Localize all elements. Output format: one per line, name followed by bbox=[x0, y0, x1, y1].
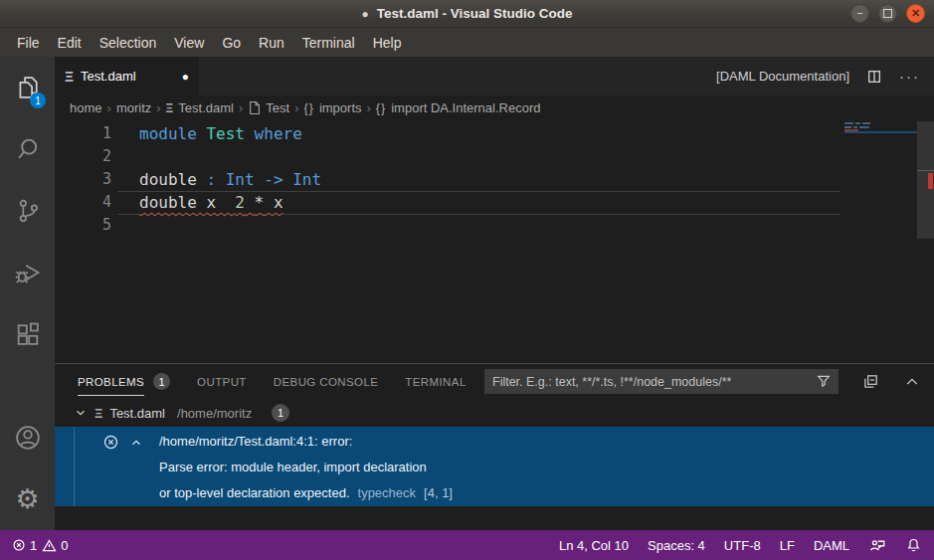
warning-count-item: 0 bbox=[42, 538, 68, 553]
problems-list: Ξ Test.daml /home/moritz 1 bbox=[55, 399, 934, 530]
tree-indent-guide bbox=[74, 427, 75, 506]
breadcrumb-item-moritz[interactable]: moritz bbox=[116, 100, 151, 115]
warning-triangle-icon bbox=[42, 538, 57, 553]
editor-scrollbar[interactable] bbox=[917, 120, 934, 363]
window-title-text: Test.daml - Visual Studio Code bbox=[377, 6, 573, 21]
sidebar-item-settings[interactable]: ⚙ bbox=[0, 468, 55, 530]
daml-file-icon: Ξ bbox=[166, 101, 174, 115]
debug-icon bbox=[14, 259, 42, 286]
tab-modified-dot-icon[interactable]: ● bbox=[182, 70, 189, 84]
maximize-panel-icon[interactable] bbox=[904, 374, 920, 390]
breadcrumb-item-import-record[interactable]: {} import DA.Internal.Record bbox=[376, 100, 541, 115]
code-line-5[interactable]: 5 bbox=[55, 214, 934, 237]
gear-icon: ⚙ bbox=[15, 483, 39, 515]
minimize-button[interactable]: − bbox=[850, 4, 869, 23]
problems-filter bbox=[484, 369, 839, 394]
menu-item-help[interactable]: Help bbox=[364, 35, 411, 51]
breadcrumb-item-imports[interactable]: {} imports bbox=[304, 100, 362, 115]
split-editor-icon[interactable] bbox=[866, 69, 882, 85]
menu-item-edit[interactable]: Edit bbox=[49, 35, 91, 51]
language-mode[interactable]: DAML bbox=[814, 538, 849, 553]
code-line-1[interactable]: 1module Test where bbox=[55, 122, 934, 145]
menu-item-view[interactable]: View bbox=[165, 35, 213, 51]
breadcrumb-separator: › bbox=[151, 100, 165, 115]
bottom-panel: PROBLEMS1OUTPUTDEBUG CONSOLETERMINAL bbox=[55, 363, 934, 530]
cursor-position[interactable]: Ln 4, Col 10 bbox=[559, 538, 629, 553]
panel-tab-label: OUTPUT bbox=[197, 367, 247, 396]
chevron-down-icon bbox=[74, 406, 88, 420]
tab-test-daml[interactable]: Ξ Test.daml ● bbox=[55, 57, 199, 95]
sidebar-item-accounts[interactable] bbox=[0, 407, 55, 468]
sidebar-item-explorer[interactable]: 1 bbox=[0, 57, 55, 118]
code-text: module Test where bbox=[139, 122, 302, 145]
breadcrumb-item-file[interactable]: Ξ Test.daml bbox=[166, 100, 234, 115]
daml-documentation-button[interactable]: [DAML Documentation] bbox=[716, 69, 849, 84]
activity-bar: 1 bbox=[0, 57, 55, 530]
menu-item-run[interactable]: Run bbox=[250, 35, 293, 51]
breadcrumb-separator: › bbox=[102, 100, 116, 115]
line-number: 4 bbox=[55, 191, 111, 214]
breadcrumb-item-home[interactable]: home bbox=[70, 100, 102, 115]
source-control-icon bbox=[14, 197, 42, 225]
panel-header: PROBLEMS1OUTPUTDEBUG CONSOLETERMINAL bbox=[55, 364, 934, 399]
encoding[interactable]: UTF-8 bbox=[724, 538, 761, 553]
indentation[interactable]: Spaces: 4 bbox=[648, 538, 705, 553]
sidebar-item-source-control[interactable] bbox=[0, 180, 55, 242]
menu-item-file[interactable]: File bbox=[8, 35, 49, 51]
problems-file-group[interactable]: Ξ Test.daml /home/moritz 1 bbox=[55, 399, 934, 427]
code-line-2[interactable]: 2 bbox=[55, 145, 934, 168]
error-position: [4, 1] bbox=[424, 485, 453, 500]
close-button[interactable]: ✕ bbox=[906, 4, 925, 23]
window-title: ● Test.daml - Visual Studio Code bbox=[361, 6, 572, 21]
daml-file-icon: Ξ bbox=[94, 406, 102, 421]
minimap[interactable] bbox=[841, 120, 917, 363]
panel-tab-output[interactable]: OUTPUT bbox=[197, 364, 247, 399]
main-area: 1 bbox=[0, 57, 934, 530]
breadcrumb-separator: › bbox=[289, 100, 303, 115]
error-message-line3: or top-level declaration expected.typech… bbox=[159, 480, 453, 506]
code-line-4[interactable]: 4double x 2 * x bbox=[55, 191, 934, 214]
maximize-icon bbox=[883, 9, 892, 18]
breadcrumb-item-module[interactable]: Test bbox=[248, 100, 289, 115]
sidebar-item-search[interactable] bbox=[0, 118, 55, 180]
code-editor[interactable]: 1module Test where23double : Int -> Int4… bbox=[55, 120, 934, 363]
feedback-icon[interactable] bbox=[868, 536, 886, 554]
daml-file-icon: Ξ bbox=[65, 69, 74, 85]
menu-item-terminal[interactable]: Terminal bbox=[293, 35, 364, 51]
chevron-up-icon[interactable] bbox=[129, 436, 143, 450]
menu-item-selection[interactable]: Selection bbox=[91, 35, 166, 51]
menu-item-go[interactable]: Go bbox=[213, 35, 250, 51]
minimap-mark bbox=[855, 122, 860, 124]
account-icon bbox=[13, 423, 43, 453]
sidebar-item-extensions[interactable] bbox=[0, 303, 55, 365]
panel-tab-terminal[interactable]: TERMINAL bbox=[405, 364, 466, 399]
tab-label: Test.daml bbox=[81, 69, 136, 84]
code-line-3[interactable]: 3double : Int -> Int bbox=[55, 168, 934, 191]
minimap-current-line bbox=[844, 131, 917, 133]
line-number: 3 bbox=[55, 168, 111, 191]
sidebar-item-run-debug[interactable] bbox=[0, 242, 55, 303]
file-icon bbox=[248, 100, 261, 115]
eol-indicator[interactable]: LF bbox=[780, 538, 795, 553]
error-message-line1: /home/moritz/Test.daml:4:1: error: bbox=[159, 429, 453, 455]
panel-tab-problems[interactable]: PROBLEMS1 bbox=[78, 364, 170, 399]
maximize-button[interactable] bbox=[878, 4, 897, 23]
filter-icon bbox=[816, 373, 832, 389]
collapse-all-icon[interactable] bbox=[862, 373, 879, 390]
bell-icon[interactable] bbox=[905, 537, 922, 554]
panel-tab-debug-console[interactable]: DEBUG CONSOLE bbox=[274, 364, 379, 399]
status-bar: 1 0 Ln 4, Col 10 Spaces: 4 UTF-8 LF DAML bbox=[0, 530, 934, 560]
line-number: 2 bbox=[55, 145, 111, 168]
breadcrumb-separator: › bbox=[234, 100, 248, 115]
editor-group: Ξ Test.daml ● [DAML Documentation] ··· h bbox=[55, 57, 934, 530]
more-actions-icon[interactable]: ··· bbox=[899, 68, 920, 85]
problems-status[interactable]: 1 0 bbox=[12, 538, 68, 553]
explorer-badge: 1 bbox=[30, 93, 46, 108]
braces-icon: {} bbox=[376, 101, 386, 115]
search-icon bbox=[14, 135, 42, 163]
panel-tab-label: TERMINAL bbox=[405, 367, 466, 396]
problem-item-error[interactable]: /home/moritz/Test.daml:4:1: error: Parse… bbox=[55, 427, 934, 506]
status-right: Ln 4, Col 10 Spaces: 4 UTF-8 LF DAML bbox=[559, 536, 922, 554]
filter-input[interactable] bbox=[484, 369, 839, 394]
code-text: double x 2 * x bbox=[139, 191, 283, 214]
